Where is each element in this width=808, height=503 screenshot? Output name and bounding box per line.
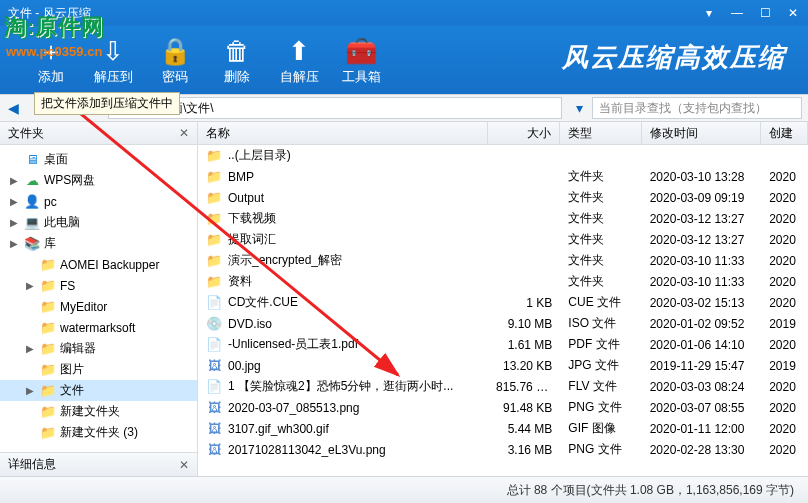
file-name: 2020-03-07_085513.png [228,401,359,415]
col-size[interactable]: 大小 [488,122,560,144]
file-row[interactable]: 🖼00.jpg13.20 KBJPG 文件2019-11-29 15:47201… [198,355,808,376]
file-row[interactable]: 📁..(上层目录) [198,145,808,166]
toolbar-icon: ＋ [20,34,82,68]
file-icon: 📄 [206,337,222,353]
tree-twisty[interactable]: ▶ [8,217,20,228]
col-name[interactable]: 名称 [198,122,488,144]
tree-label: 桌面 [44,151,68,168]
file-name: Output [228,191,264,205]
file-row[interactable]: 📄1 【笑脸惊魂2】恐怖5分钟，逛街两小时...815.76 MBFLV 文件2… [198,376,808,397]
file-icon: 📁 [206,169,222,185]
file-rows: 📁..(上层目录)📁BMP文件夹2020-03-10 13:282020📁Out… [198,145,808,476]
tree-node[interactable]: 📁watermarksoft [0,317,197,338]
tree-label: FS [60,279,75,293]
file-row[interactable]: 🖼3107.gif_wh300.gif5.44 MBGIF 图像2020-01-… [198,418,808,439]
sidebar-title: 文件夹 [8,125,44,142]
file-icon: 📁 [206,253,222,269]
file-create: 2019 [761,317,808,331]
toolbar-sfx-button[interactable]: ⬆自解压 [268,34,330,86]
back-button[interactable]: ◀ [0,97,26,119]
toolbar-password-button[interactable]: 🔒密码 [144,34,206,86]
tree-twisty[interactable]: ▶ [8,238,20,249]
file-date: 2020-03-12 13:27 [642,212,761,226]
file-icon: 🖼 [206,421,222,437]
file-create: 2020 [761,212,808,226]
dropdown-icon[interactable]: ▾ [702,6,716,20]
titlebar: 文件 - 风云压缩 ▾ ― ☐ ✕ [0,0,808,26]
toolbar-extract-button[interactable]: ⇩解压到 [82,34,144,86]
window-buttons: ▾ ― ☐ ✕ [702,6,800,20]
tree-node[interactable]: ▶📁文件 [0,380,197,401]
toolbar-delete-button[interactable]: 🗑删除 [206,34,268,86]
status-bar: 总计 88 个项目(文件共 1.08 GB，1,163,856,169 字节) [0,476,808,503]
file-row[interactable]: 📄CD文件.CUE1 KBCUE 文件2020-03-02 15:132020 [198,292,808,313]
sidebar-header: 文件夹 ✕ [0,122,197,145]
file-name: 演示_encrypted_解密 [228,252,342,269]
toolbar: ＋添加⇩解压到🔒密码🗑删除⬆自解压🧰工具箱 风云压缩高效压缩 [0,26,808,94]
tree-twisty[interactable]: ▶ [24,385,36,396]
file-row[interactable]: 📁提取词汇文件夹2020-03-12 13:272020 [198,229,808,250]
tree-node[interactable]: ▶📁FS [0,275,197,296]
file-date: 2020-03-03 08:24 [642,380,761,394]
maximize-button[interactable]: ☐ [758,6,772,20]
file-size: 5.44 MB [488,422,560,436]
tree-node[interactable]: ▶📁编辑器 [0,338,197,359]
path-dropdown[interactable]: ▾ [566,97,592,119]
tree-label: 图片 [60,361,84,378]
col-type[interactable]: 类型 [560,122,641,144]
tree-node[interactable]: ▶💻此电脑 [0,212,197,233]
file-create: 2019 [761,359,808,373]
col-date[interactable]: 修改时间 [642,122,761,144]
detail-header: 详细信息 ✕ [0,452,197,476]
toolbar-tools-button[interactable]: 🧰工具箱 [330,34,392,86]
close-button[interactable]: ✕ [786,6,800,20]
file-type: 文件夹 [560,231,641,248]
tree-node[interactable]: ▶☁WPS网盘 [0,170,197,191]
tree-node[interactable]: 📁新建文件夹 (3) [0,422,197,443]
tree-node[interactable]: 🖥桌面 [0,149,197,170]
tree-node[interactable]: 📁MyEditor [0,296,197,317]
file-type: PDF 文件 [560,336,641,353]
file-icon: 🖼 [206,442,222,458]
folder-icon: 💻 [24,215,40,231]
tree-node[interactable]: ▶👤pc [0,191,197,212]
file-type: PNG 文件 [560,441,641,458]
file-type: 文件夹 [560,210,641,227]
file-row[interactable]: 📁资料文件夹2020-03-10 11:332020 [198,271,808,292]
file-size: 9.10 MB [488,317,560,331]
search-input[interactable]: 当前目录查找（支持包内查找） [592,97,802,119]
file-icon: 📁 [206,274,222,290]
file-row[interactable]: 📁Output文件夹2020-03-09 09:192020 [198,187,808,208]
tree-node[interactable]: ▶📚库 [0,233,197,254]
tree-twisty[interactable]: ▶ [24,343,36,354]
file-row[interactable]: 🖼2020-03-07_085513.png91.48 KBPNG 文件2020… [198,397,808,418]
file-create: 2020 [761,443,808,457]
tree-twisty[interactable]: ▶ [24,280,36,291]
file-name: BMP [228,170,254,184]
file-row[interactable]: 📁BMP文件夹2020-03-10 13:282020 [198,166,808,187]
toolbar-add-button[interactable]: ＋添加 [20,34,82,86]
folder-icon: ☁ [24,173,40,189]
tree-label: 文件 [60,382,84,399]
sidebar-close-icon[interactable]: ✕ [179,126,189,140]
file-row[interactable]: 📁演示_encrypted_解密文件夹2020-03-10 11:332020 [198,250,808,271]
tree-twisty[interactable]: ▶ [8,196,20,207]
folder-icon: 📁 [40,341,56,357]
file-row[interactable]: 📁下载视频文件夹2020-03-12 13:272020 [198,208,808,229]
minimize-button[interactable]: ― [730,6,744,20]
file-create: 2020 [761,233,808,247]
file-row[interactable]: 📄-Unlicensed-员工表1.pdf1.61 MBPDF 文件2020-0… [198,334,808,355]
tree-node[interactable]: 📁AOMEI Backupper [0,254,197,275]
toolbar-icon: ⇩ [82,34,144,68]
file-icon: 📁 [206,232,222,248]
file-type: FLV 文件 [560,378,641,395]
detail-close-icon[interactable]: ✕ [179,458,189,472]
col-create[interactable]: 创建 [761,122,808,144]
file-name: 20171028113042_eL3Vu.png [228,443,386,457]
tree-node[interactable]: 📁新建文件夹 [0,401,197,422]
file-row[interactable]: 💿DVD.iso9.10 MBISO 文件2020-01-02 09:52201… [198,313,808,334]
tree-label: 编辑器 [60,340,96,357]
tree-twisty[interactable]: ▶ [8,175,20,186]
file-row[interactable]: 🖼20171028113042_eL3Vu.png3.16 MBPNG 文件20… [198,439,808,460]
tree-node[interactable]: 📁图片 [0,359,197,380]
